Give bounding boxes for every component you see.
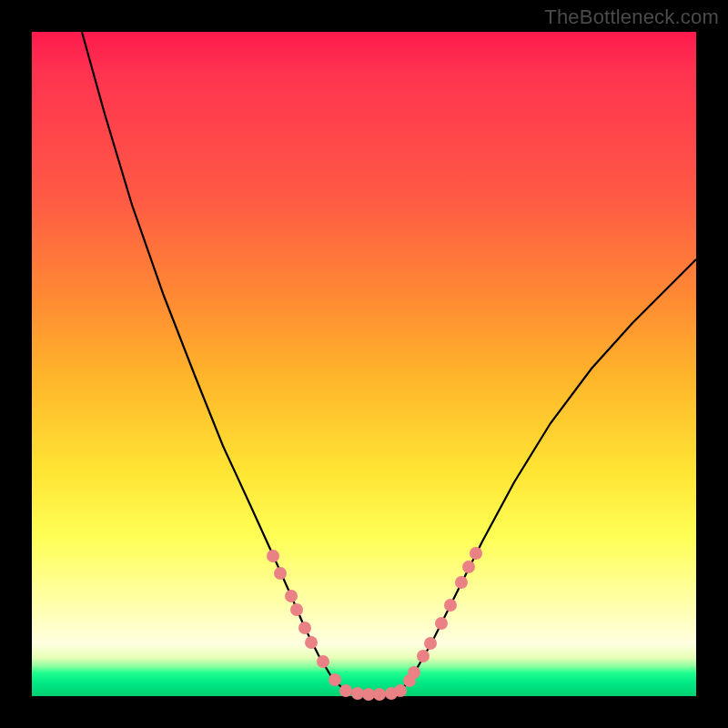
left-dots-point — [351, 687, 364, 700]
right-dots-point — [408, 666, 420, 679]
left-dots-point — [317, 655, 329, 668]
plot-area — [32, 32, 696, 696]
right-dots-point — [455, 576, 468, 589]
right-dots-point — [424, 637, 437, 650]
left-dots-point — [298, 622, 311, 634]
left-dots-point — [305, 636, 318, 649]
left-dots-point — [290, 603, 303, 616]
left-dots-point — [362, 688, 375, 701]
right-dots-point — [435, 617, 448, 630]
watermark-text: TheBottleneck.com — [544, 5, 719, 29]
right-dots-point — [462, 561, 475, 573]
left-dots-point — [274, 567, 287, 580]
right-dots-point — [444, 599, 457, 612]
left-dots-point — [394, 684, 407, 697]
chart-frame: TheBottleneck.com — [0, 0, 728, 728]
left-dots-point — [373, 688, 386, 701]
curve-svg — [32, 32, 696, 696]
right-dots-point — [417, 650, 430, 662]
marker-layer — [267, 547, 482, 701]
left-dots-point — [285, 590, 298, 602]
left-dots-point — [267, 550, 279, 562]
left-dots-point — [329, 673, 341, 686]
curve-left — [82, 32, 346, 692]
right-dots-point — [470, 547, 482, 560]
left-dots-point — [339, 684, 352, 697]
